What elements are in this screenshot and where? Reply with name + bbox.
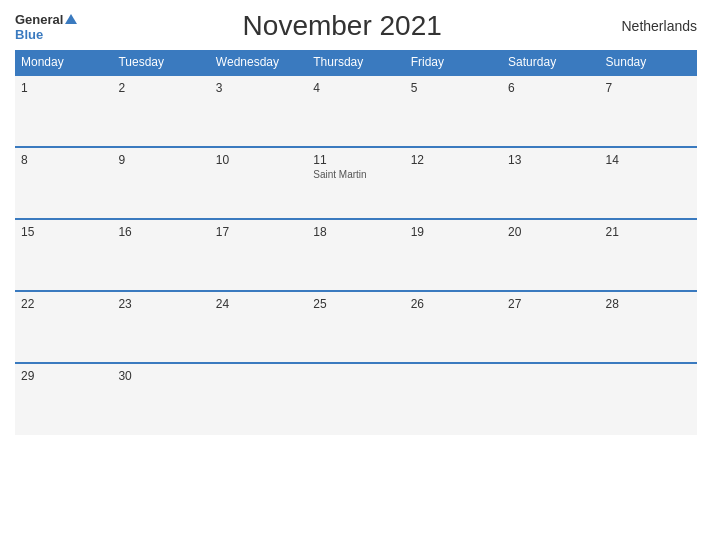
- day-number: 16: [118, 225, 203, 239]
- day-number: 3: [216, 81, 301, 95]
- day-cell: 20: [502, 219, 599, 291]
- day-cell: [210, 363, 307, 435]
- day-number: 17: [216, 225, 301, 239]
- day-cell: 10: [210, 147, 307, 219]
- day-number: 14: [606, 153, 691, 167]
- day-number: 11: [313, 153, 398, 167]
- day-number: 2: [118, 81, 203, 95]
- col-sunday: Sunday: [600, 50, 697, 75]
- month-title: November 2021: [77, 10, 607, 42]
- day-cell: 1: [15, 75, 112, 147]
- logo-blue: Blue: [15, 28, 77, 42]
- day-cell: 14: [600, 147, 697, 219]
- day-cell: 21: [600, 219, 697, 291]
- day-number: 22: [21, 297, 106, 311]
- logo-triangle-icon: [65, 14, 77, 24]
- day-number: 10: [216, 153, 301, 167]
- day-cell: 28: [600, 291, 697, 363]
- event-label: Saint Martin: [313, 169, 398, 180]
- day-number: 24: [216, 297, 301, 311]
- day-number: 19: [411, 225, 496, 239]
- week-row-1: 1234567: [15, 75, 697, 147]
- week-row-2: 891011Saint Martin121314: [15, 147, 697, 219]
- day-cell: 22: [15, 291, 112, 363]
- day-cell: 12: [405, 147, 502, 219]
- day-cell: 3: [210, 75, 307, 147]
- calendar-header: General Blue November 2021 Netherlands: [15, 10, 697, 42]
- day-number: 9: [118, 153, 203, 167]
- day-number: 20: [508, 225, 593, 239]
- day-cell: 17: [210, 219, 307, 291]
- col-tuesday: Tuesday: [112, 50, 209, 75]
- day-cell: 23: [112, 291, 209, 363]
- day-number: 4: [313, 81, 398, 95]
- day-number: 6: [508, 81, 593, 95]
- country-label: Netherlands: [607, 18, 697, 34]
- day-cell: [600, 363, 697, 435]
- day-number: 8: [21, 153, 106, 167]
- day-cell: 13: [502, 147, 599, 219]
- day-number: 5: [411, 81, 496, 95]
- col-friday: Friday: [405, 50, 502, 75]
- day-cell: 15: [15, 219, 112, 291]
- day-cell: 29: [15, 363, 112, 435]
- day-cell: 4: [307, 75, 404, 147]
- day-cell: [405, 363, 502, 435]
- day-number: 27: [508, 297, 593, 311]
- day-number: 7: [606, 81, 691, 95]
- week-row-4: 22232425262728: [15, 291, 697, 363]
- logo-general: General: [15, 10, 77, 28]
- day-cell: 26: [405, 291, 502, 363]
- day-cell: 11Saint Martin: [307, 147, 404, 219]
- day-cell: 19: [405, 219, 502, 291]
- day-cell: 27: [502, 291, 599, 363]
- day-number: 25: [313, 297, 398, 311]
- day-cell: [502, 363, 599, 435]
- day-number: 23: [118, 297, 203, 311]
- day-number: 30: [118, 369, 203, 383]
- day-number: 18: [313, 225, 398, 239]
- day-cell: 16: [112, 219, 209, 291]
- day-cell: 2: [112, 75, 209, 147]
- day-cell: 24: [210, 291, 307, 363]
- day-cell: 6: [502, 75, 599, 147]
- day-cell: [307, 363, 404, 435]
- day-cell: 18: [307, 219, 404, 291]
- day-number: 13: [508, 153, 593, 167]
- day-cell: 25: [307, 291, 404, 363]
- calendar-table: Monday Tuesday Wednesday Thursday Friday…: [15, 50, 697, 435]
- day-cell: 5: [405, 75, 502, 147]
- col-wednesday: Wednesday: [210, 50, 307, 75]
- logo: General Blue: [15, 10, 77, 42]
- day-cell: 30: [112, 363, 209, 435]
- day-number: 15: [21, 225, 106, 239]
- day-number: 21: [606, 225, 691, 239]
- col-thursday: Thursday: [307, 50, 404, 75]
- day-cell: 8: [15, 147, 112, 219]
- col-monday: Monday: [15, 50, 112, 75]
- day-number: 1: [21, 81, 106, 95]
- day-number: 29: [21, 369, 106, 383]
- day-number: 12: [411, 153, 496, 167]
- week-row-5: 2930: [15, 363, 697, 435]
- day-number: 26: [411, 297, 496, 311]
- calendar-container: General Blue November 2021 Netherlands M…: [0, 0, 712, 550]
- days-header-row: Monday Tuesday Wednesday Thursday Friday…: [15, 50, 697, 75]
- day-cell: 7: [600, 75, 697, 147]
- week-row-3: 15161718192021: [15, 219, 697, 291]
- day-cell: 9: [112, 147, 209, 219]
- day-number: 28: [606, 297, 691, 311]
- col-saturday: Saturday: [502, 50, 599, 75]
